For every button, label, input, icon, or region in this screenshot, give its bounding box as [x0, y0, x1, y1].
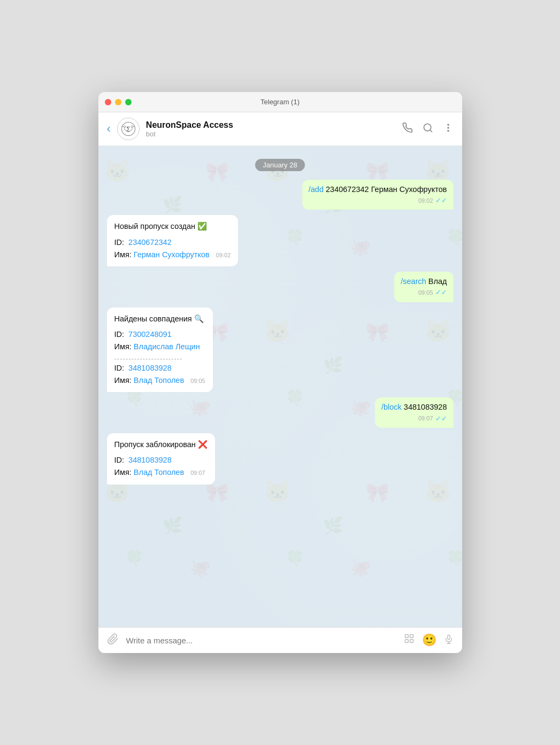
svg-rect-15 — [405, 635, 408, 638]
attach-icon[interactable] — [107, 633, 119, 648]
telegram-window: Telegram (1) ‹ Σ NeuronSpace Access bot — [98, 92, 462, 653]
message-3-cmd: /search — [401, 277, 426, 286]
svg-point-14 — [448, 130, 449, 132]
message-5-outgoing: /block 3481083928 09:07 ✓✓ — [107, 397, 454, 427]
message-2-time: 09:02 — [216, 252, 231, 258]
svg-rect-16 — [410, 635, 413, 638]
message-4-title: Найдены совпадения 🔍 — [114, 313, 205, 325]
message-3-text: /search Влад — [401, 277, 447, 286]
message-3-ticks: ✓✓ — [435, 288, 447, 297]
microphone-icon[interactable] — [444, 633, 454, 648]
message-4-time: 09:05 — [190, 378, 205, 384]
message-4-divider: ------------------------ — [114, 355, 205, 362]
grid-icon[interactable] — [404, 633, 415, 648]
more-icon[interactable] — [443, 122, 454, 136]
message-6-incoming: Пропуск заблокирован ❌ ID: 3481083928 Им… — [107, 433, 454, 485]
titlebar: Telegram (1) — [98, 92, 462, 112]
svg-point-12 — [448, 124, 449, 125]
input-area: 🙂 — [98, 627, 462, 653]
svg-rect-18 — [410, 640, 413, 643]
message-4-bubble: Найдены совпадения 🔍 ID: 7300248091 Имя:… — [107, 308, 213, 393]
bot-avatar: Σ — [117, 118, 140, 140]
message-2-incoming: Новый пропуск создан ✅ ID: 2340672342 Им… — [107, 215, 454, 266]
message-4-name1: Владислав Лещин — [134, 342, 200, 351]
window-controls — [105, 99, 132, 105]
message-6-bubble: Пропуск заблокирован ❌ ID: 3481083928 Им… — [107, 433, 215, 485]
message-1-meta: 09:02 ✓✓ — [309, 196, 447, 205]
message-2-name: Герман Сухофрутков — [134, 250, 210, 259]
svg-point-3 — [131, 126, 133, 128]
message-4-id1-row: ID: 7300248091 — [114, 328, 205, 341]
emoji-icon[interactable]: 🙂 — [422, 633, 436, 648]
close-button[interactable] — [105, 99, 111, 105]
svg-rect-19 — [447, 635, 450, 640]
message-6-title: Пропуск заблокирован ❌ — [114, 439, 208, 451]
message-3-outgoing: /search Влад 09:05 ✓✓ — [107, 272, 454, 302]
message-1-outgoing: /add 2340672342 Герман Сухофруктов 09:02… — [107, 180, 454, 210]
message-input[interactable] — [126, 636, 396, 645]
message-4-name2-row: Имя: Влад Тополев 09:05 — [114, 374, 205, 387]
bot-subtitle: bot — [146, 130, 396, 138]
message-6-time: 09:07 — [190, 470, 205, 476]
message-4-id2-row: ID: 3481083928 — [114, 362, 205, 374]
message-4-name1-row: Имя: Владислав Лещин — [114, 341, 205, 353]
input-right-icons: 🙂 — [404, 633, 454, 648]
call-icon[interactable] — [402, 122, 413, 136]
message-4-id1: 7300248091 — [128, 330, 172, 339]
maximize-button[interactable] — [125, 99, 132, 105]
window-title: Telegram (1) — [260, 98, 300, 106]
svg-rect-17 — [405, 640, 408, 643]
message-1-ticks: ✓✓ — [435, 196, 447, 205]
message-5-meta: 09:07 ✓✓ — [381, 414, 447, 424]
svg-line-11 — [429, 129, 432, 132]
message-6-id-row: ID: 3481083928 — [114, 454, 208, 466]
message-3-bubble: /search Влад 09:05 ✓✓ — [394, 272, 453, 302]
message-4-name2: Влад Тополев — [134, 376, 184, 385]
message-2-id: 2340672342 — [128, 238, 172, 247]
message-2-name-row: Имя: Герман Сухофрутков 09:02 — [114, 249, 231, 261]
message-6-name: Влад Тополев — [134, 468, 184, 477]
chat-area: January 28 /add 2340672342 Герман Сухофр… — [98, 146, 462, 627]
message-2-title: Новый пропуск создан ✅ — [114, 220, 231, 233]
message-5-text: /block 3481083928 — [381, 403, 447, 411]
message-1-time: 09:02 — [418, 197, 433, 205]
message-6-name-row: Имя: Влад Тополев 09:07 — [114, 466, 208, 479]
message-1-text: /add 2340672342 Герман Сухофруктов — [309, 185, 447, 194]
back-button[interactable]: ‹ — [107, 123, 111, 135]
chat-header: ‹ Σ NeuronSpace Access bot — [98, 112, 462, 146]
message-3-meta: 09:05 ✓✓ — [401, 288, 447, 297]
message-5-cmd: /block — [381, 403, 402, 411]
message-5-time: 09:07 — [418, 414, 433, 423]
message-3-time: 09:05 — [418, 289, 433, 297]
message-2-id-row: ID: 2340672342 — [114, 236, 231, 249]
message-5-bubble: /block 3481083928 09:07 ✓✓ — [375, 397, 454, 427]
bot-info: NeuronSpace Access bot — [146, 120, 396, 138]
message-1-cmd: /add — [309, 185, 324, 194]
svg-point-2 — [124, 126, 126, 128]
message-1-bubble: /add 2340672342 Герман Сухофруктов 09:02… — [302, 180, 454, 210]
message-4-incoming: Найдены совпадения 🔍 ID: 7300248091 Имя:… — [107, 308, 454, 393]
message-2-bubble: Новый пропуск создан ✅ ID: 2340672342 Им… — [107, 215, 239, 266]
date-badge: January 28 — [107, 159, 454, 171]
message-6-id: 3481083928 — [128, 456, 172, 464]
search-icon[interactable] — [423, 122, 433, 136]
header-icons — [402, 122, 454, 136]
message-5-ticks: ✓✓ — [435, 414, 447, 424]
svg-point-13 — [448, 127, 449, 128]
bot-name: NeuronSpace Access — [146, 120, 396, 130]
minimize-button[interactable] — [115, 99, 121, 105]
message-4-id2: 3481083928 — [128, 364, 172, 372]
